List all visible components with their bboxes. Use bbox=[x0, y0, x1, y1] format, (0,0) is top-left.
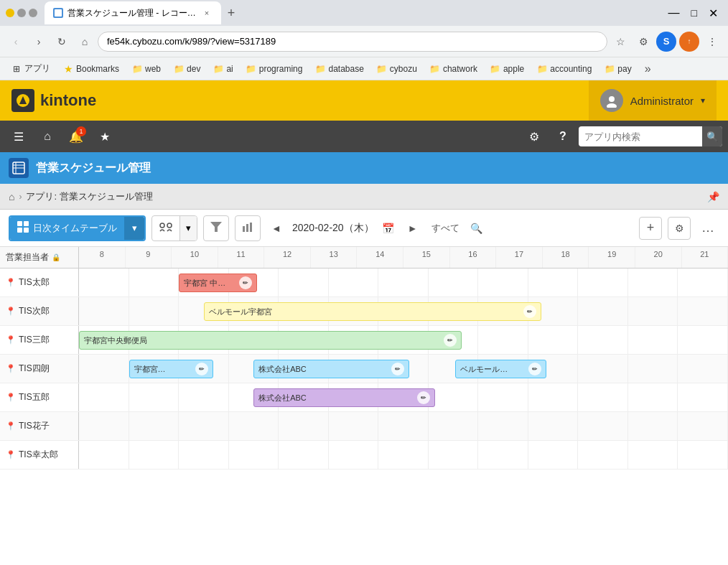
svg-rect-18 bbox=[250, 223, 252, 232]
star-icon: ★ bbox=[63, 64, 73, 74]
kintone-user-area[interactable]: Administrator ▾ bbox=[589, 80, 717, 121]
extensions-button[interactable]: ⚙ bbox=[633, 32, 653, 52]
person-location-icon: 📍 bbox=[6, 335, 16, 345]
kintone-nav: ☰ ⌂ 🔔 1 ★ ⚙ ? 🔍 bbox=[0, 121, 728, 152]
minimize-os-button[interactable]: — bbox=[664, 6, 684, 19]
hour-header-13: 13 bbox=[311, 247, 358, 268]
forward-button[interactable]: › bbox=[29, 32, 49, 52]
back-button[interactable]: ‹ bbox=[6, 32, 26, 52]
bookmark-programing[interactable]: 📁 programing bbox=[241, 62, 309, 76]
hour-header-17: 17 bbox=[496, 247, 543, 268]
event-label: 株式会社ABC bbox=[258, 393, 414, 403]
bookmark-web[interactable]: 📁 web bbox=[126, 62, 167, 76]
event-edit-button[interactable]: ✏ bbox=[195, 363, 208, 375]
bookmark-database[interactable]: 📁 database bbox=[309, 62, 369, 76]
active-tab[interactable]: 営業スケジュール管理 - レコードの一覧 × bbox=[45, 1, 221, 24]
profile-button[interactable]: S bbox=[656, 32, 676, 52]
bookmark-apple[interactable]: 📁 apple bbox=[485, 62, 530, 76]
event-block[interactable]: ベルモール…✏ bbox=[455, 360, 546, 378]
close-os-button[interactable]: ✕ bbox=[704, 6, 722, 20]
home-nav-button[interactable]: ⌂ bbox=[34, 123, 60, 149]
close-window-button[interactable] bbox=[29, 9, 37, 17]
more-bookmarks-icon: » bbox=[645, 62, 651, 75]
all-button[interactable]: すべて bbox=[429, 222, 462, 235]
bookmark-cybozu[interactable]: 📁 cybozu bbox=[371, 62, 423, 76]
new-tab-button[interactable]: + bbox=[221, 3, 241, 23]
group-dropdown[interactable]: ▾ bbox=[179, 216, 197, 241]
event-edit-button[interactable]: ✏ bbox=[239, 276, 252, 289]
app-settings-button[interactable]: ⚙ bbox=[521, 123, 547, 149]
bookmark-pay[interactable]: 📁 pay bbox=[599, 62, 637, 76]
event-edit-button[interactable]: ✏ bbox=[444, 334, 457, 347]
group-button[interactable]: ▾ bbox=[151, 215, 197, 241]
filter-button[interactable] bbox=[203, 215, 229, 241]
group-button-main[interactable] bbox=[152, 216, 179, 241]
breadcrumb-home-icon[interactable]: ⌂ bbox=[9, 191, 14, 202]
pin-icon[interactable]: 📌 bbox=[707, 191, 719, 202]
notification-button[interactable]: 🔔 1 bbox=[63, 123, 89, 149]
bookmark-accounting[interactable]: 📁 accounting bbox=[531, 62, 597, 76]
event-block[interactable]: 株式会社ABC✏ bbox=[253, 388, 435, 407]
event-block[interactable]: 宇都宮 中…✏ bbox=[179, 274, 256, 292]
bookmark-bookmarks[interactable]: ★ Bookmarks bbox=[57, 62, 125, 76]
bookmark-chatwork[interactable]: 📁 chatwork bbox=[424, 62, 483, 76]
app-search-input[interactable] bbox=[584, 131, 699, 142]
person-location-icon: 📍 bbox=[6, 364, 16, 373]
event-edit-button[interactable]: ✏ bbox=[417, 391, 430, 404]
event-edit-button[interactable]: ✏ bbox=[528, 363, 541, 375]
minimize-button[interactable] bbox=[6, 9, 14, 17]
event-block[interactable]: ベルモール宇都宮✏ bbox=[204, 302, 541, 321]
settings-icon: ⚙ bbox=[529, 130, 539, 144]
person-cell: 📍TIS四朗 bbox=[0, 355, 79, 383]
favorites-button[interactable]: ★ bbox=[92, 123, 118, 149]
address-bar: ‹ › ↻ ⌂ ☆ ⚙ S ↑ ⋮ bbox=[0, 26, 728, 57]
view-selector-main[interactable]: 日次タイムテーブル bbox=[10, 217, 124, 240]
toolbar-search-button[interactable]: 🔍 bbox=[468, 220, 485, 237]
person-location-icon: 📍 bbox=[6, 393, 16, 402]
prev-date-button[interactable]: ◄ bbox=[266, 218, 286, 238]
menu-button[interactable]: ☰ bbox=[6, 123, 32, 149]
view-dropdown-button[interactable]: ▾ bbox=[124, 217, 144, 240]
restore-os-button[interactable]: □ bbox=[687, 7, 701, 19]
bookmark-ai[interactable]: 📁 ai bbox=[207, 62, 238, 76]
event-block[interactable]: 宇都宮…✏ bbox=[129, 360, 214, 378]
browser-menu-button[interactable]: ⋮ bbox=[702, 32, 722, 52]
address-input[interactable] bbox=[98, 32, 607, 52]
update-button[interactable]: ↑ bbox=[679, 32, 699, 52]
add-record-button[interactable]: + bbox=[639, 217, 662, 240]
help-button[interactable]: ? bbox=[550, 123, 576, 149]
event-edit-button[interactable]: ✏ bbox=[391, 363, 404, 375]
tab-close-button[interactable]: × bbox=[201, 7, 213, 19]
window-action-buttons: — □ ✕ bbox=[664, 6, 722, 20]
app-search-box[interactable]: 🔍 bbox=[579, 126, 722, 146]
folder-icon-chatwork: 📁 bbox=[430, 64, 440, 74]
event-edit-button[interactable]: ✏ bbox=[523, 305, 536, 318]
edit-icon: ✏ bbox=[199, 365, 205, 373]
maximize-button[interactable] bbox=[17, 9, 26, 17]
grid-timeline: 宇都宮 中…✏ bbox=[79, 269, 728, 296]
bookmark-more[interactable]: » bbox=[639, 60, 657, 78]
toolbar-more-button[interactable]: … bbox=[696, 217, 719, 240]
bookmark-chatwork-label: chatwork bbox=[443, 64, 477, 74]
event-block[interactable]: 株式会社ABC✏ bbox=[253, 360, 409, 378]
calendar-button[interactable]: 📅 bbox=[380, 220, 397, 237]
folder-icon-ai: 📁 bbox=[213, 64, 223, 74]
event-block[interactable]: 宇都宮中央郵便局✏ bbox=[79, 331, 462, 350]
person-name: TIS太郎 bbox=[19, 276, 50, 289]
view-selector[interactable]: 日次タイムテーブル ▾ bbox=[9, 215, 146, 241]
record-settings-button[interactable]: ⚙ bbox=[668, 217, 691, 240]
bookmark-pay-label: pay bbox=[617, 64, 631, 74]
svg-rect-12 bbox=[24, 228, 29, 233]
user-dropdown-arrow[interactable]: ▾ bbox=[701, 95, 705, 106]
bookmark-star-button[interactable]: ☆ bbox=[610, 32, 630, 52]
next-date-button[interactable]: ► bbox=[403, 218, 423, 238]
hour-header-15: 15 bbox=[403, 247, 450, 268]
bookmark-dev[interactable]: 📁 dev bbox=[168, 62, 206, 76]
home-button[interactable]: ⌂ bbox=[75, 32, 95, 52]
reload-button[interactable]: ↻ bbox=[52, 32, 72, 52]
app-search-button[interactable]: 🔍 bbox=[702, 126, 722, 146]
bookmark-apps[interactable]: ⊞ アプリ bbox=[6, 60, 56, 77]
folder-icon-dev: 📁 bbox=[174, 64, 184, 74]
person-cell: 📍TIS花子 bbox=[0, 412, 79, 440]
chart-button[interactable] bbox=[235, 215, 261, 241]
